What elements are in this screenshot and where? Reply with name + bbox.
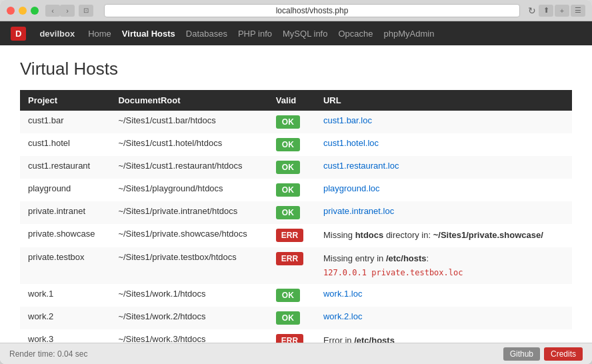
cell-url: playground.loc — [315, 179, 572, 201]
nav-php-info[interactable]: PHP info — [233, 29, 277, 39]
status-badge: OK — [276, 183, 300, 197]
url-link[interactable]: cust1.bar.loc — [323, 115, 372, 125]
cell-url-err: Missing entry in /etc/hosts: 127.0.0.1 p… — [315, 247, 572, 285]
cell-project: cust1.restaurant — [20, 156, 110, 179]
table-row: cust1.restaurant ~/Sites1/cust1.restaura… — [20, 156, 572, 179]
window-resize-button[interactable]: ⊡ — [79, 5, 93, 17]
cell-docroot: ~/Sites1/cust1.bar/htdocs — [110, 111, 267, 133]
cell-docroot: ~/Sites1/cust1.restaurant/htdocs — [110, 156, 267, 179]
url-text: localhost/vhosts.php — [276, 6, 349, 15]
cell-url: cust1.restaurant.loc — [315, 156, 572, 179]
cell-valid: OK — [268, 284, 315, 307]
browser-window: ‹ › ⊡ localhost/vhosts.php ↻ ⬆ + ☰ D dev… — [0, 0, 592, 364]
logo: D — [11, 27, 26, 41]
nav-phpmyadmin[interactable]: phpMyAdmin — [379, 29, 440, 39]
cell-valid: ERR — [268, 224, 315, 247]
close-button[interactable] — [7, 7, 15, 15]
cell-project: cust1.bar — [20, 111, 110, 133]
cell-docroot: ~/Sites1/private.intranet/htdocs — [110, 201, 267, 224]
sidebar-button[interactable]: ☰ — [571, 5, 585, 17]
table-row: playground ~/Sites1/playground/htdocs OK… — [20, 179, 572, 201]
table-row: work.2 ~/Sites1/work.2/htdocs OK work.2.… — [20, 307, 572, 329]
cell-docroot: ~/Sites1/playground/htdocs — [110, 179, 267, 201]
cell-url: cust1.hotel.loc — [315, 133, 572, 156]
address-bar[interactable]: localhost/vhosts.php — [104, 4, 520, 17]
cell-docroot: ~/Sites1/private.testbox/htdocs — [110, 247, 267, 285]
nav-opcache[interactable]: Opcache — [333, 29, 378, 39]
col-url: URL — [315, 90, 572, 111]
footer-buttons: Github Credits — [503, 347, 583, 361]
cell-valid: OK — [268, 201, 315, 224]
status-badge: OK — [276, 138, 300, 151]
col-docroot: DocumentRoot — [110, 90, 267, 111]
url-link[interactable]: work.1.loc — [323, 289, 363, 299]
page-title: Virtual Hosts — [20, 59, 572, 79]
col-project: Project — [20, 90, 110, 111]
status-badge: ERR — [276, 252, 303, 265]
cell-url: work.2.loc — [315, 307, 572, 329]
maximize-button[interactable] — [31, 7, 39, 15]
status-badge: ERR — [276, 229, 303, 242]
cell-url-err: Error in /etc/hosts Found: 127.0.0.2 wor… — [315, 329, 572, 343]
back-button[interactable]: ‹ — [45, 5, 60, 17]
nav-bar: D devilbox Home Virtual Hosts Databases … — [0, 21, 592, 45]
cell-docroot: ~/Sites1/work.3/htdocs — [110, 329, 267, 343]
url-link[interactable]: cust1.restaurant.loc — [323, 161, 399, 171]
github-button[interactable]: Github — [503, 347, 540, 361]
render-time: Render time: 0.04 sec — [9, 349, 87, 359]
toolbar-right-buttons: ⬆ + ☰ — [539, 5, 585, 17]
cell-valid: OK — [268, 179, 315, 201]
table-row: cust1.hotel ~/Sites1/cust1.hotel/htdocs … — [20, 133, 572, 156]
cell-valid: ERR — [268, 247, 315, 285]
cell-project: work.2 — [20, 307, 110, 329]
cell-valid: ERR — [268, 329, 315, 343]
cell-project: work.1 — [20, 284, 110, 307]
new-tab-button[interactable]: + — [555, 5, 569, 17]
title-bar: ‹ › ⊡ localhost/vhosts.php ↻ ⬆ + ☰ — [0, 0, 592, 21]
url-link[interactable]: private.intranet.loc — [323, 206, 394, 216]
cell-valid: OK — [268, 133, 315, 156]
cell-project: playground — [20, 179, 110, 201]
cell-project: private.intranet — [20, 201, 110, 224]
table-row: private.showcase ~/Sites1/private.showca… — [20, 224, 572, 247]
share-button[interactable]: ⬆ — [539, 5, 553, 17]
col-valid: Valid — [268, 90, 315, 111]
cell-project: work.3 — [20, 329, 110, 343]
status-badge: ERR — [276, 334, 303, 343]
nav-databases[interactable]: Databases — [181, 29, 233, 39]
status-badge: OK — [276, 311, 300, 325]
table-row: work.3 ~/Sites1/work.3/htdocs ERR Error … — [20, 329, 572, 343]
status-badge: OK — [276, 289, 300, 302]
cell-docroot: ~/Sites1/private.showcase/htdocs — [110, 224, 267, 247]
url-link[interactable]: work.2.loc — [323, 311, 363, 321]
cell-project: private.testbox — [20, 247, 110, 285]
url-link[interactable]: playground.loc — [323, 183, 380, 193]
nav-mysql-info[interactable]: MySQL info — [277, 29, 333, 39]
reload-button[interactable]: ↻ — [525, 5, 539, 16]
cell-url: work.1.loc — [315, 284, 572, 307]
minimize-button[interactable] — [19, 7, 27, 15]
nav-home[interactable]: Home — [83, 29, 117, 39]
nav-virtual-hosts[interactable]: Virtual Hosts — [117, 29, 181, 39]
status-badge: OK — [276, 115, 300, 129]
cell-project: cust1.hotel — [20, 133, 110, 156]
forward-button[interactable]: › — [60, 5, 75, 17]
cell-docroot: ~/Sites1/cust1.hotel/htdocs — [110, 133, 267, 156]
status-badge: OK — [276, 161, 300, 174]
cell-docroot: ~/Sites1/work.1/htdocs — [110, 284, 267, 307]
cell-valid: OK — [268, 156, 315, 179]
table-row: private.testbox ~/Sites1/private.testbox… — [20, 247, 572, 285]
vhosts-table: Project DocumentRoot Valid URL cust1.bar… — [20, 90, 572, 343]
table-row: cust1.bar ~/Sites1/cust1.bar/htdocs OK c… — [20, 111, 572, 133]
cell-valid: OK — [268, 307, 315, 329]
table-row: work.1 ~/Sites1/work.1/htdocs OK work.1.… — [20, 284, 572, 307]
table-row: private.intranet ~/Sites1/private.intran… — [20, 201, 572, 224]
credits-button[interactable]: Credits — [544, 347, 583, 361]
footer: Render time: 0.04 sec Github Credits — [0, 343, 592, 364]
brand-name: devilbox — [34, 29, 80, 39]
main-content: Virtual Hosts Project DocumentRoot Valid… — [0, 45, 592, 343]
cell-url: private.intranet.loc — [315, 201, 572, 224]
cell-valid: OK — [268, 111, 315, 133]
cell-docroot: ~/Sites1/work.2/htdocs — [110, 307, 267, 329]
url-link[interactable]: cust1.hotel.loc — [323, 138, 379, 148]
